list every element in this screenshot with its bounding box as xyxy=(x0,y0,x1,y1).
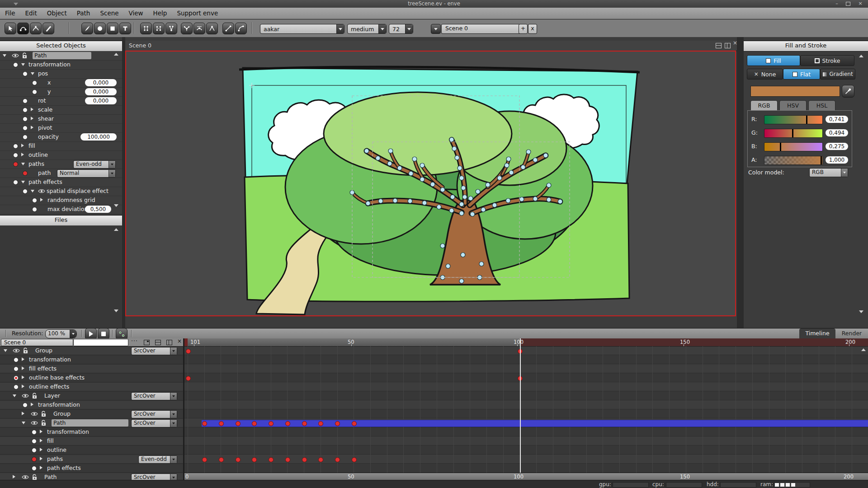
record-dot[interactable] xyxy=(23,108,28,113)
collapse-icon[interactable] xyxy=(21,63,25,66)
property-row-spatial-displace-effect[interactable]: spatial displace effect xyxy=(0,187,122,196)
keyframe[interactable] xyxy=(186,376,191,381)
layer-row-Group[interactable]: GroupSrcOver xyxy=(0,409,184,419)
property-row-path[interactable]: pathNormal xyxy=(0,169,122,178)
property-row-outline-base-effects[interactable]: outline base effects xyxy=(0,373,184,383)
property-row-pivot[interactable]: pivot xyxy=(0,123,122,133)
collapse-icon[interactable] xyxy=(22,422,25,424)
tab-render[interactable]: Render xyxy=(837,328,866,338)
merge-nodes-button[interactable] xyxy=(165,23,177,34)
scene-dropdown-button[interactable] xyxy=(431,24,441,34)
scene-selector[interactable]: Scene 0 xyxy=(441,24,522,34)
text-tool-button[interactable] xyxy=(119,23,131,34)
collapse-icon[interactable] xyxy=(21,181,25,183)
tab-hsl[interactable]: HSL xyxy=(808,100,835,111)
corner-node-button[interactable] xyxy=(206,23,218,34)
record-dot[interactable] xyxy=(23,117,28,122)
layer-row-Path[interactable]: Path xyxy=(0,51,122,61)
maximize-button[interactable] xyxy=(843,0,853,7)
slider-handle[interactable] xyxy=(821,156,822,164)
record-dot[interactable] xyxy=(32,430,37,435)
property-row-y[interactable]: y0,000 xyxy=(0,87,122,97)
color-slider-sa[interactable] xyxy=(764,156,823,165)
keyframe[interactable] xyxy=(252,421,257,426)
record-dot[interactable] xyxy=(32,198,37,203)
expand-icon[interactable] xyxy=(22,366,24,370)
keyframe[interactable] xyxy=(318,421,323,426)
circle-tool-button[interactable] xyxy=(94,23,106,34)
expand-icon[interactable] xyxy=(40,457,42,460)
layer-row-Layer[interactable]: LayerSrcOver xyxy=(0,391,184,401)
close-button[interactable]: × xyxy=(855,0,865,7)
keyframe[interactable] xyxy=(269,421,274,426)
expand-icon[interactable] xyxy=(22,412,24,415)
keyframe[interactable] xyxy=(352,457,357,462)
keyframe[interactable] xyxy=(335,457,340,462)
paint-tool-button[interactable] xyxy=(81,23,93,34)
keyframe[interactable] xyxy=(285,421,290,426)
property-row-x[interactable]: x0,000 xyxy=(0,78,122,88)
playhead[interactable] xyxy=(520,338,521,473)
stroke-tab[interactable]: Stroke xyxy=(800,55,854,66)
property-row-scale[interactable]: scale xyxy=(0,105,122,115)
collapse-icon[interactable] xyxy=(31,190,34,192)
layer-row-Group[interactable]: GroupSrcOver xyxy=(0,346,184,356)
fill-tab[interactable]: Fill xyxy=(747,55,800,66)
blend-mode-select[interactable]: SrcOver xyxy=(131,347,177,355)
property-row-opacity[interactable]: opacity100,000 xyxy=(0,132,122,142)
expand-icon[interactable] xyxy=(40,430,42,433)
expand-icon[interactable] xyxy=(21,144,24,147)
property-row-rot[interactable]: rot0,000 xyxy=(0,96,122,106)
keyframe-area[interactable] xyxy=(184,346,868,473)
expand-icon[interactable] xyxy=(31,108,33,111)
keyframe[interactable] xyxy=(252,457,257,462)
property-row-outline[interactable]: outline xyxy=(0,446,184,455)
menu-support-enve[interactable]: Support enve xyxy=(172,8,223,19)
collapse-icon[interactable] xyxy=(31,72,34,75)
value-field[interactable]: 0,500 xyxy=(85,206,111,213)
selected-label-box[interactable]: Path xyxy=(33,52,91,59)
lock-icon[interactable] xyxy=(32,393,38,399)
record-dot[interactable] xyxy=(32,89,37,94)
paint-none-button[interactable]: ×None xyxy=(747,69,783,80)
blend-mode-select[interactable]: SrcOver xyxy=(131,410,177,418)
split-horizontal-icon[interactable] xyxy=(716,43,722,48)
eye-icon[interactable] xyxy=(22,393,29,399)
property-row-fill-effects[interactable]: fill effects xyxy=(0,364,184,374)
expand-icon[interactable] xyxy=(22,385,24,388)
connect-nodes-button[interactable] xyxy=(140,23,152,34)
keyframe[interactable] xyxy=(219,421,224,426)
record-dot[interactable] xyxy=(32,466,37,471)
blend-mode-select[interactable]: SrcOver xyxy=(131,419,177,427)
menu-scene[interactable]: Scene xyxy=(95,8,123,19)
eye-icon[interactable] xyxy=(13,348,20,353)
record-dot[interactable] xyxy=(13,180,18,185)
add-scene-button[interactable]: + xyxy=(519,24,528,34)
property-row-randomness-grid[interactable]: randomness grid xyxy=(0,196,122,205)
rectangle-tool-button[interactable] xyxy=(107,23,118,34)
lock-icon[interactable] xyxy=(41,411,47,417)
menu-help[interactable]: Help xyxy=(148,8,172,19)
blend-mode-select[interactable]: Even-odd xyxy=(73,160,116,169)
expand-icon[interactable] xyxy=(31,117,33,120)
record-dot[interactable] xyxy=(23,99,28,103)
disconnect-nodes-button[interactable] xyxy=(153,23,165,34)
slider-value[interactable]: 0,494 xyxy=(826,129,848,136)
close-icon[interactable]: × xyxy=(177,339,182,343)
canvas-tab[interactable]: Scene 0 xyxy=(125,42,151,49)
keyframe[interactable] xyxy=(302,421,307,426)
record-dot[interactable] xyxy=(14,357,19,362)
minimize-button[interactable]: – xyxy=(832,0,842,7)
value-field[interactable]: 0,000 xyxy=(85,88,117,95)
scroll-up-icon[interactable] xyxy=(859,55,863,57)
scroll-up-icon[interactable] xyxy=(114,228,118,231)
expand-icon[interactable] xyxy=(31,126,33,129)
value-field[interactable]: 0,000 xyxy=(85,97,117,104)
keyframe[interactable] xyxy=(302,457,307,462)
property-row-path-effects[interactable]: path effects xyxy=(0,178,122,187)
value-field[interactable]: 100,000 xyxy=(80,133,117,141)
blend-mode-select[interactable]: Even-odd xyxy=(138,455,177,464)
scroll-up-icon[interactable] xyxy=(114,53,118,56)
keyframe[interactable] xyxy=(285,457,290,462)
keyframe[interactable] xyxy=(318,457,323,462)
